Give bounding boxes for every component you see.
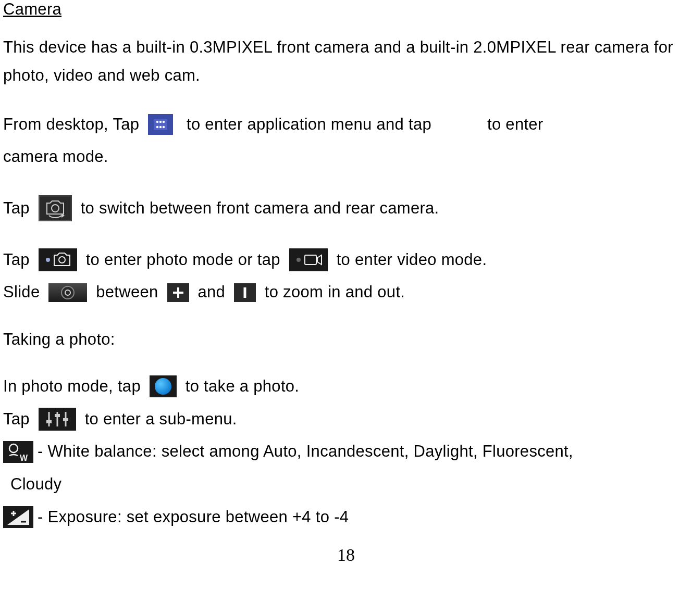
text-fragment: to take a photo. [181,373,299,400]
zoom-slider-icon [48,283,87,302]
text-fragment: camera mode. [3,143,108,171]
svg-point-3 [159,121,162,123]
svg-point-5 [156,126,158,128]
text-fragment: to enter a sub-menu. [80,406,237,433]
text-fragment: - White balance: select among Auto, Inca… [38,438,573,466]
svg-rect-1 [154,119,167,130]
svg-point-16 [296,258,301,262]
zoom-out-bar-icon [234,283,256,302]
text-fragment: From desktop, Tap [3,111,144,139]
sliders-settings-icon [39,408,76,431]
switch-camera-line: Tap to switch between front camera and r… [3,195,689,222]
exposure-line: - Exposure: set exposure between +4 to -… [3,504,689,531]
svg-rect-34 [55,414,60,417]
svg-point-28 [155,378,171,395]
photo-video-mode-line: Tap to enter photo mode or tap to enter … [3,246,689,274]
text-fragment: to enter application menu and tap to ent… [177,111,548,139]
document-page: Camera This device has a built-in 0.3MPI… [0,0,692,616]
photo-mode-icon [39,248,77,271]
svg-text:W: W [20,454,28,462]
svg-point-6 [159,126,162,128]
svg-rect-36 [3,441,33,463]
text-fragment: to switch between front camera and rear … [76,195,439,222]
text-fragment: Tap [3,406,34,433]
text-fragment: between [91,279,163,306]
exposure-icon [3,506,33,528]
shutter-line: In photo mode, tap to take a photo. [3,373,689,400]
white-balance-line: W - White balance: select among Auto, In… [3,438,689,466]
desktop-line-1: From desktop, Tap to enter application m… [3,111,689,139]
zoom-in-plus-icon [167,283,189,302]
white-balance-line-2: Cloudy [10,471,689,498]
text-fragment: - Exposure: set exposure between +4 to -… [38,504,349,531]
white-balance-icon: W [3,441,33,463]
intro-paragraph: This device has a built-in 0.3MPIXEL fro… [3,33,689,90]
svg-rect-12 [39,248,77,271]
switch-camera-icon [39,195,72,221]
text-fragment: In photo mode, tap [3,373,145,400]
section-heading: Camera [3,0,689,19]
svg-rect-26 [243,287,246,298]
text-fragment: and [193,279,230,306]
text-fragment: Slide [3,279,44,306]
text-fragment: to zoom in and out. [260,279,405,306]
svg-point-4 [163,121,165,123]
shutter-icon [150,375,177,397]
video-mode-icon [289,248,328,271]
text-fragment: Tap [3,246,34,274]
svg-rect-35 [63,418,68,421]
taking-photo-heading: Taking a photo: [3,330,689,349]
svg-point-13 [46,258,50,262]
text-fragment: to enter video mode. [332,246,487,274]
zoom-line: Slide between and [3,279,689,306]
page-number: 18 [3,545,689,565]
app-menu-icon [148,114,173,135]
submenu-line: Tap to enter a sub-menu. [3,406,689,433]
svg-point-20 [61,286,74,299]
svg-point-2 [156,121,158,123]
svg-rect-33 [46,420,52,423]
desktop-line-2: camera mode. [3,143,689,171]
svg-point-7 [163,126,165,128]
text-fragment: to enter photo mode or tap [81,246,285,274]
text-fragment: Tap [3,195,34,222]
